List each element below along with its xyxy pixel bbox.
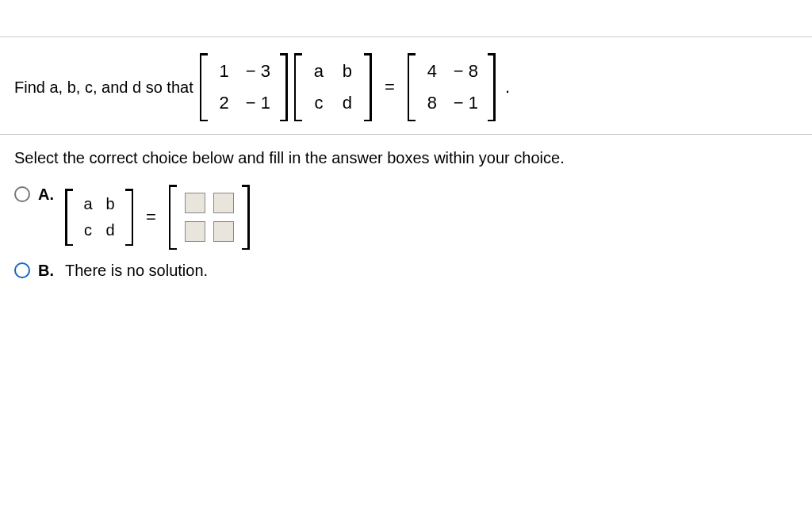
choice-a-row: A. a b c d = bbox=[14, 185, 798, 250]
answer-box-b[interactable] bbox=[213, 193, 234, 213]
choice-a-lhs-r1c1: a bbox=[81, 195, 95, 213]
choice-a-lhs-r1c2: b bbox=[103, 195, 117, 213]
matrix-mid-r2c1: c bbox=[312, 93, 326, 113]
spacer-top bbox=[0, 0, 812, 36]
choice-a-lhs-matrix: a b c d bbox=[65, 189, 133, 246]
choice-b-text: There is no solution. bbox=[65, 261, 208, 280]
page-container: Find a, b, c, and d so that 1 − 3 2 − 1 … bbox=[0, 0, 812, 509]
matrix-mid-r1c1: a bbox=[312, 61, 326, 82]
matrix-right-r1c2: − 8 bbox=[454, 61, 478, 82]
matrix-mid-r1c2: b bbox=[340, 61, 354, 82]
choice-a-lhs-r2c2: d bbox=[103, 221, 117, 239]
bracket-left-icon bbox=[294, 53, 302, 121]
matrix-mid-r2c2: d bbox=[340, 93, 354, 113]
matrix-right-r2c1: 8 bbox=[425, 93, 439, 113]
choice-a-lhs-r2c1: c bbox=[81, 221, 95, 239]
choices-section: A. a b c d = bbox=[0, 172, 812, 280]
matrix-left-r2c1: 2 bbox=[217, 93, 232, 113]
instruction-text: Select the correct choice below and fill… bbox=[14, 149, 565, 166]
equals-sign: = bbox=[385, 77, 395, 98]
matrix-left-r1c1: 1 bbox=[217, 61, 232, 82]
choice-a-equals: = bbox=[146, 207, 156, 228]
question-lead: Find a, b, c, and d so that bbox=[14, 78, 193, 97]
matrix-mid: a b c d bbox=[294, 53, 372, 121]
choice-a-radio[interactable] bbox=[14, 186, 30, 202]
bracket-left-icon bbox=[65, 189, 73, 246]
answer-box-a[interactable] bbox=[185, 193, 205, 213]
choice-b-label: B. bbox=[38, 261, 57, 280]
bracket-right-icon bbox=[280, 53, 288, 121]
question-terminator: . bbox=[505, 77, 510, 98]
matrix-left-r2c2: − 1 bbox=[246, 93, 270, 113]
choice-b-radio[interactable] bbox=[14, 262, 30, 278]
choice-a-body: a b c d = bbox=[65, 185, 250, 250]
choice-a-label: A. bbox=[38, 185, 57, 204]
matrix-left: 1 − 3 2 − 1 bbox=[200, 53, 288, 121]
bracket-right-icon bbox=[125, 189, 133, 246]
choice-b-row: B. There is no solution. bbox=[14, 261, 798, 280]
matrix-left-r1c2: − 3 bbox=[246, 61, 270, 82]
instruction-section: Select the correct choice below and fill… bbox=[0, 135, 812, 172]
bracket-right-icon bbox=[242, 185, 250, 250]
matrix-right-r1c1: 4 bbox=[425, 61, 439, 82]
matrix-right-r2c2: − 1 bbox=[454, 93, 478, 113]
bracket-left-icon bbox=[169, 185, 177, 250]
answer-box-d[interactable] bbox=[213, 221, 234, 242]
bracket-left-icon bbox=[408, 53, 416, 121]
matrix-right: 4 − 8 8 − 1 bbox=[408, 53, 496, 121]
question-section: Find a, b, c, and d so that 1 − 3 2 − 1 … bbox=[0, 36, 812, 135]
bracket-right-icon bbox=[488, 53, 496, 121]
answer-box-c[interactable] bbox=[185, 221, 205, 242]
bracket-left-icon bbox=[200, 53, 208, 121]
bracket-right-icon bbox=[364, 53, 372, 121]
choice-a-rhs-matrix bbox=[169, 185, 250, 250]
